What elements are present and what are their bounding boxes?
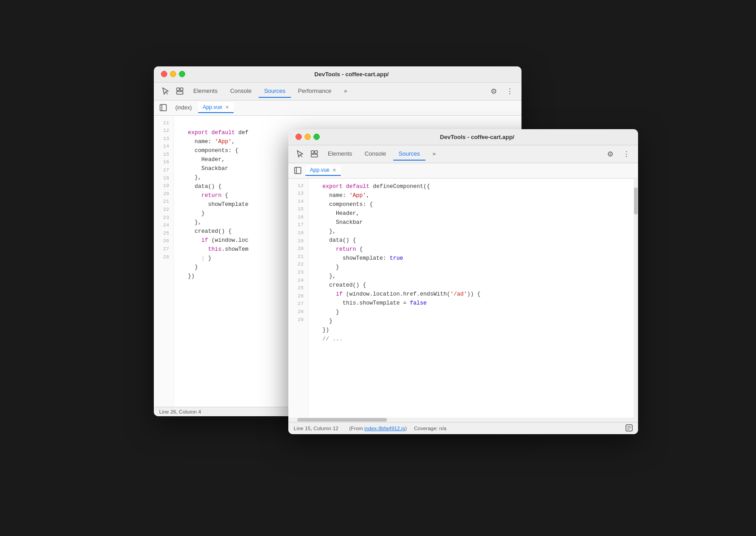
code-content-front: export default defineComponent({ name: '… [308,179,634,418]
code-line-11 [181,119,521,128]
svg-rect-11 [311,154,317,157]
svg-rect-4 [160,105,166,111]
svg-rect-3 [177,92,183,94]
file-tab-appvue-front[interactable]: App.vue ✕ [305,165,341,176]
fcode-line-20: showTemplate: true [316,254,634,263]
file-tab-index-label: (index) [175,105,192,111]
fcode-line-17: }, [316,227,634,236]
fcode-line-29: // ... [316,335,634,344]
code-area-front: 12 13 14 15 16 17 18 19 20 21 22 23 24 2… [288,179,634,418]
fcode-line-12: export default defineComponent({ [316,182,634,191]
layers-icon-front[interactable] [308,148,321,160]
line-numbers-front: 12 13 14 15 16 17 18 19 20 21 22 23 24 2… [288,179,308,418]
fcode-line-21: } [316,263,634,272]
fcode-line-16: Snackbar [316,218,634,227]
tab-performance-back[interactable]: Performance [293,85,337,98]
tab-elements-back[interactable]: Elements [188,85,223,98]
close-button-back[interactable] [161,71,167,77]
status-position-back: Line 26, Column 4 [159,409,201,414]
window-title-back: DevTools - coffee-cart.app/ [189,71,514,78]
more-icon-front[interactable]: ⋮ [620,148,633,160]
sidebar-toggle-front[interactable] [292,165,304,176]
source-link-front[interactable]: index-8bfa4912.js [365,426,405,431]
tab-bar-right-back: ⚙ ⋮ [487,85,516,97]
cursor-icon-back[interactable] [159,85,172,97]
fcode-line-15: Header, [316,209,634,218]
fcode-line-13: name: 'App', [316,191,634,200]
title-bar-front: DevTools - coffee-cart.app/ [288,129,638,145]
window-title-front: DevTools - coffee-cart.app/ [323,134,631,140]
fcode-line-23: created() { [316,281,634,290]
fcode-line-14: components: { [316,200,634,209]
gear-icon-front[interactable]: ⚙ [604,148,617,160]
fcode-line-26: } [316,308,634,317]
layers-icon-back[interactable] [174,85,186,97]
fcode-line-22: }, [316,272,634,281]
status-position-front: Line 15, Column 12 [294,426,339,431]
fcode-line-18: data() { [316,236,634,245]
tab-bar-right-front: ⚙ ⋮ [604,148,633,160]
traffic-lights-front [295,134,320,140]
tab-console-back[interactable]: Console [225,85,257,98]
status-source-front: (From index-8bfa4912.js) [349,426,407,431]
maximize-button-back[interactable] [179,71,185,77]
gear-icon-back[interactable]: ⚙ [487,85,500,97]
status-bar-front: Line 15, Column 12 (From index-8bfa4912.… [288,422,638,434]
svg-line-0 [165,92,168,94]
coverage-icon-front[interactable] [626,424,633,432]
svg-rect-2 [180,88,183,91]
close-button-front[interactable] [295,134,302,140]
sidebar-toggle-back[interactable] [157,102,169,113]
svg-rect-10 [315,151,317,153]
minimize-button-front[interactable] [304,134,311,140]
fcode-line-24: if (window.location.href.endsWith('/ad')… [316,290,634,299]
fcode-line-28: }) [316,326,634,335]
file-tab-appvue-label-front: App.vue [310,167,330,173]
maximize-button-front[interactable] [313,134,320,140]
line-numbers-back: 11 12 13 14 15 16 17 18 19 20 21 22 23 2… [154,116,174,407]
file-tabs-front: App.vue ✕ [288,163,638,179]
file-tab-close-back[interactable]: ✕ [225,105,229,110]
tab-sources-front[interactable]: Sources [393,148,426,161]
devtools-window-front: DevTools - coffee-cart.app/ Elements Con… [288,129,638,434]
tab-more-back[interactable]: » [339,85,352,98]
tab-elements-front[interactable]: Elements [322,148,357,161]
tab-console-front[interactable]: Console [359,148,391,161]
tab-sources-back[interactable]: Sources [259,85,291,98]
traffic-lights-back [161,71,185,77]
tab-bar-front: Elements Console Sources » ⚙ ⋮ [288,145,638,163]
scrollbar-front[interactable] [634,179,638,418]
status-coverage-front: Coverage: n/a [414,426,446,431]
title-bar-back: DevTools - coffee-cart.app/ [154,66,521,83]
file-tab-index-back[interactable]: (index) [171,103,196,113]
svg-rect-1 [177,88,179,91]
scrollbar-thumb-front[interactable] [634,187,638,214]
fcode-line-19: return { [316,245,634,254]
tab-bar-back: Elements Console Sources Performance » ⚙… [154,83,521,100]
minimize-button-back[interactable] [170,71,176,77]
fcode-line-27: } [316,317,634,326]
horizontal-scrollbar-front[interactable] [288,418,638,422]
fcode-line-25: this.showTemplate = false [316,299,634,308]
file-tab-appvue-label: App.vue [203,104,222,110]
tab-more-front[interactable]: » [427,148,441,161]
file-tab-close-front[interactable]: ✕ [332,168,336,173]
file-tabs-back: (index) App.vue ✕ [154,100,521,116]
file-tab-appvue-back[interactable]: App.vue ✕ [198,102,234,113]
horizontal-scrollbar-thumb-front[interactable] [297,418,387,422]
svg-line-8 [300,155,302,157]
more-icon-back[interactable]: ⋮ [504,85,516,97]
cursor-icon-front[interactable] [294,148,306,160]
svg-rect-12 [295,167,301,174]
svg-rect-9 [311,151,314,153]
